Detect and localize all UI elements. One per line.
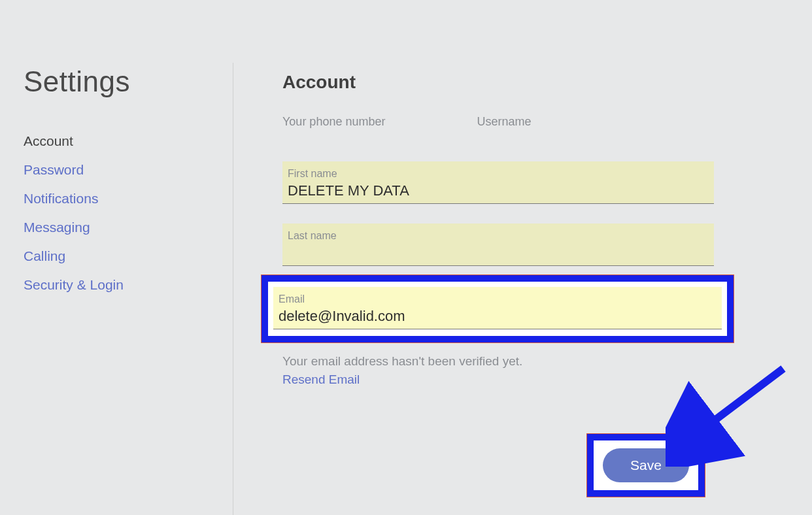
sidebar-item-password[interactable]: Password [24, 162, 233, 178]
phone-field: Your phone number [282, 115, 385, 129]
last-name-group: Last name [282, 224, 714, 266]
sidebar-item-calling[interactable]: Calling [24, 248, 233, 264]
last-name-input[interactable] [286, 242, 710, 265]
settings-sidebar: Settings Account Password Notifications … [24, 65, 233, 306]
sidebar-item-security-login[interactable]: Security & Login [24, 277, 233, 293]
account-panel: Account Your phone number Username First… [282, 72, 714, 387]
email-highlight-annotation: Email [262, 275, 734, 342]
email-group: Email [273, 287, 722, 329]
email-label: Email [279, 293, 718, 305]
resend-email-link[interactable]: Resend Email [282, 373, 714, 387]
username-label: Username [477, 115, 531, 129]
sidebar-item-messaging[interactable]: Messaging [24, 220, 233, 235]
sidebar-item-account[interactable]: Account [24, 133, 233, 149]
phone-label: Your phone number [282, 115, 385, 129]
readonly-row: Your phone number Username [282, 115, 714, 129]
first-name-label: First name [288, 168, 710, 180]
save-highlight-annotation: Save [587, 434, 705, 497]
settings-title: Settings [24, 65, 233, 98]
username-field: Username [477, 115, 531, 129]
first-name-input[interactable] [286, 180, 710, 203]
last-name-label: Last name [288, 230, 710, 242]
save-button[interactable]: Save [603, 448, 689, 482]
vertical-divider [233, 63, 233, 515]
sidebar-item-notifications[interactable]: Notifications [24, 191, 233, 207]
email-input[interactable] [277, 305, 718, 329]
first-name-group: First name [282, 161, 714, 204]
account-title: Account [282, 72, 714, 93]
email-verify-text: Your email address hasn't been verified … [282, 354, 714, 369]
